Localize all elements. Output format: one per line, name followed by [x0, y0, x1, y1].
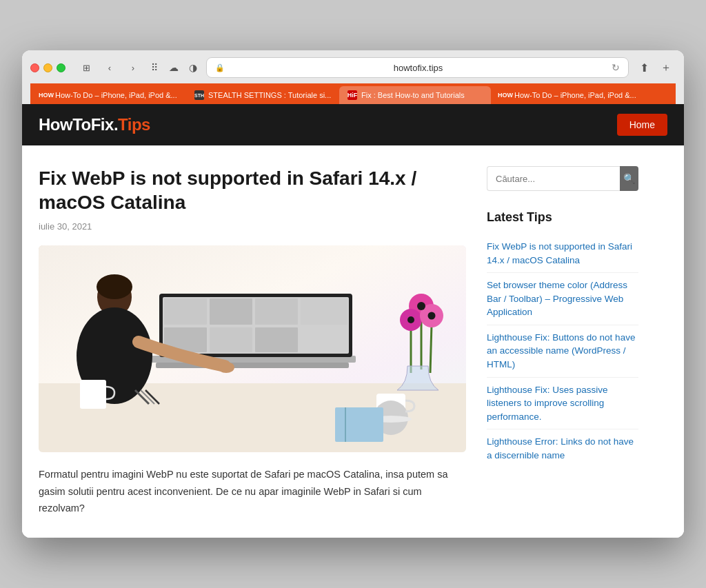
- website-content: HowToFix.Tips Home Fix WebP is not suppo…: [22, 104, 684, 538]
- browser-tab-1[interactable]: HOW How-To Do – iPhone, iPad, iPod &...: [33, 86, 185, 104]
- logo-prefix: HowToFix.: [39, 115, 118, 134]
- nav-home-button[interactable]: Home: [617, 114, 667, 136]
- article-date: iulie 30, 2021: [39, 221, 466, 232]
- new-tab-button[interactable]: ＋: [656, 58, 676, 77]
- site-main: Fix WebP is not supported in Safari 14.x…: [22, 145, 684, 538]
- tab-favicon-2: STH: [194, 90, 204, 100]
- icloud-icon[interactable]: ☁: [166, 60, 181, 75]
- tab-label-1: How-To Do – iPhone, iPad, iPod &...: [55, 91, 177, 99]
- browser-titlebar: ⊞ ‹ › ⠿ ☁ ◑ 🔒 howtofix.tips ↻ ⬆ ＋: [30, 57, 676, 78]
- traffic-lights: [30, 63, 65, 72]
- browser-chrome: ⊞ ‹ › ⠿ ☁ ◑ 🔒 howtofix.tips ↻ ⬆ ＋: [22, 50, 684, 104]
- tab-overview-button[interactable]: ⊞: [77, 60, 96, 75]
- browser-tabs: HOW How-To Do – iPhone, iPad, iPod &... …: [30, 83, 676, 104]
- lock-icon: 🔒: [215, 63, 225, 72]
- tip-link-3[interactable]: Lighthouse Fix: Buttons do not have an a…: [487, 325, 638, 378]
- svg-rect-9: [301, 298, 347, 325]
- site-header: HowToFix.Tips Home: [22, 104, 684, 145]
- browser-window: ⊞ ‹ › ⠿ ☁ ◑ 🔒 howtofix.tips ↻ ⬆ ＋: [22, 50, 684, 538]
- tab-favicon-1: HOW: [41, 90, 51, 100]
- svg-rect-7: [210, 298, 252, 325]
- search-button[interactable]: 🔍: [620, 166, 638, 191]
- close-button[interactable]: [30, 63, 39, 72]
- svg-line-25: [430, 325, 432, 373]
- tip-link-2[interactable]: Set browser theme color (Address Bar / T…: [487, 273, 638, 325]
- back-button[interactable]: ‹: [100, 60, 119, 75]
- article-area: Fix WebP is not supported in Safari 14.x…: [39, 166, 466, 517]
- sidebar-section-title: Latest Tips: [487, 210, 638, 225]
- site-logo: HowToFix.Tips: [39, 115, 150, 134]
- minimize-button[interactable]: [43, 63, 52, 72]
- sidebar: 🔍 Latest Tips Fix WebP is not supported …: [487, 166, 638, 517]
- article-illustration: [39, 245, 466, 452]
- addressbar[interactable]: 🔒 howtofix.tips ↻: [206, 57, 629, 78]
- svg-point-31: [428, 312, 436, 320]
- tab-label-2: STEALTH SETTINGS : Tutoriale si...: [208, 91, 331, 99]
- svg-rect-12: [255, 327, 298, 352]
- search-box: 🔍: [487, 166, 638, 191]
- tab-label-3: Fix : Best How-to and Tutorials: [361, 91, 465, 99]
- reload-icon[interactable]: ↻: [612, 62, 620, 73]
- svg-point-18: [218, 362, 234, 373]
- addressbar-row: 🔒 howtofix.tips ↻: [206, 57, 629, 78]
- search-input[interactable]: [487, 166, 620, 191]
- svg-rect-6: [164, 298, 207, 325]
- latest-tips-list: Fix WebP is not supported in Safari 14.x…: [487, 234, 638, 467]
- browser-tab-2[interactable]: STH STEALTH SETTINGS : Tutoriale si...: [186, 86, 338, 104]
- url-display: howtofix.tips: [229, 63, 607, 73]
- svg-rect-35: [335, 407, 383, 442]
- tip-link-1[interactable]: Fix WebP is not supported in Safari 14.x…: [487, 234, 638, 273]
- tab-favicon-4: HOW: [501, 90, 510, 100]
- shield-icon[interactable]: ◑: [185, 60, 201, 75]
- svg-rect-13: [301, 327, 347, 352]
- browser-tab-4[interactable]: HOW How-To Do – iPhone, iPad, iPod &...: [492, 86, 644, 104]
- maximize-button[interactable]: [57, 63, 65, 72]
- tab-favicon-3: HiF: [347, 90, 357, 100]
- svg-rect-37: [80, 380, 106, 409]
- svg-point-15: [97, 274, 132, 299]
- article-image: [39, 245, 466, 452]
- apps-button[interactable]: ⠿: [147, 60, 162, 75]
- share-button[interactable]: ⬆: [634, 58, 654, 77]
- svg-rect-3: [156, 363, 349, 368]
- svg-rect-8: [255, 298, 298, 325]
- svg-point-29: [417, 302, 425, 310]
- tip-link-4[interactable]: Lighthouse Fix: Uses passive listeners t…: [487, 378, 638, 430]
- article-excerpt: Formatul pentru imagini WebP nu este sup…: [39, 466, 466, 517]
- tip-link-5[interactable]: Lighthouse Error: Links do not have a di…: [487, 429, 638, 467]
- browser-controls: ⊞ ‹ › ⠿ ☁ ◑: [77, 60, 201, 75]
- logo-suffix: Tips: [118, 115, 150, 134]
- browser-tab-3[interactable]: HiF Fix : Best How-to and Tutorials: [339, 86, 491, 104]
- tab-label-4: How-To Do – iPhone, iPad, iPod &...: [514, 91, 636, 99]
- browser-action-buttons: ⬆ ＋: [634, 58, 676, 77]
- svg-rect-11: [210, 327, 252, 352]
- forward-button[interactable]: ›: [123, 60, 143, 75]
- svg-point-30: [407, 316, 414, 323]
- article-title: Fix WebP is not supported in Safari 14.x…: [39, 166, 466, 214]
